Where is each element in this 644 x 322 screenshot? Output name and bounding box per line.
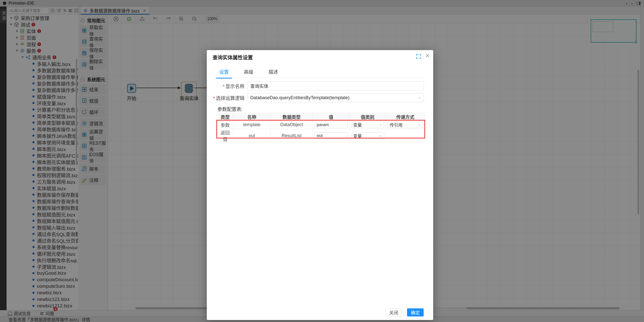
dialog-tabs: 设置 高级 描述 (216, 68, 290, 79)
col-type: 类型 (217, 113, 233, 121)
col-value-kind: 值类别 (349, 113, 386, 121)
param-table: 类型 名称 数据类型 值 值类别 传递方式 参数 template DataOb… (217, 113, 425, 142)
cell-datatype: DataObject (270, 121, 313, 129)
chevron-down-icon: ∨ (379, 123, 382, 126)
dialog-tab-description[interactable]: 描述 (265, 68, 281, 79)
logic-select-row: *选择运算逻辑 DatabaseDao.queryEntitiesByTempl… (207, 93, 433, 102)
cell-type: 参数 (217, 121, 233, 129)
chevron-down-icon: ∨ (379, 134, 382, 137)
dialog-footer: 关闭 确定 (207, 305, 433, 320)
return-value-input[interactable] (314, 132, 348, 139)
logic-select-label: *选择运算逻辑 (207, 94, 245, 101)
col-datatype: 数据类型 (270, 113, 313, 121)
dialog-tab-settings[interactable]: 设置 (216, 68, 232, 79)
param-value-input[interactable] (314, 122, 348, 128)
dialog-close-icon[interactable]: ✕ (425, 53, 430, 59)
col-value: 值 (313, 113, 349, 121)
required-asterisk: * (213, 96, 215, 101)
param-table-header-row: 类型 名称 数据类型 值 值类别 传递方式 (217, 113, 425, 121)
cell-pass-mode-empty (386, 129, 425, 142)
logic-select[interactable]: DatabaseDao.queryEntitiesByTemplate(temp… (247, 93, 424, 102)
param-value-kind-value: 变量 (353, 122, 362, 128)
dialog-tab-advanced[interactable]: 高级 (240, 68, 257, 79)
close-button[interactable]: 关闭 (385, 308, 402, 316)
display-name-input[interactable] (247, 81, 424, 90)
dialog-tab-divider (216, 78, 425, 78)
dialog-title: 查询实体属性设置 (213, 54, 253, 61)
cell-name: out (233, 129, 270, 142)
query-entity-properties-dialog: 查询实体属性设置 ✕ 设置 高级 描述 *显示名称 *选择运算逻辑 Databa… (207, 50, 433, 320)
col-name: 名称 (233, 113, 270, 121)
param-value-kind-select[interactable]: 变量∨ (351, 122, 384, 128)
app-window: Primeton-IDE ‹ › 资源 AI ↻ A 采购订单管理测试!实体!页… (0, 0, 644, 322)
col-pass-mode: 传递方式 (386, 113, 425, 121)
cell-type: 返回值 (217, 129, 233, 142)
return-value-kind-value: 变量 (353, 133, 362, 139)
display-name-label: *显示名称 (207, 83, 245, 89)
required-asterisk: * (223, 84, 225, 89)
chevron-down-icon: ∨ (418, 96, 421, 99)
param-row: 参数 template DataObject 变量∨ 传引用∨ (217, 121, 425, 129)
ok-button[interactable]: 确定 (407, 308, 424, 316)
return-value-kind-select[interactable]: 变量∨ (351, 132, 384, 139)
param-pass-mode-select[interactable]: 传引用∨ (387, 122, 423, 128)
param-pass-mode-value: 传引用 (390, 122, 403, 128)
logic-select-value: DatabaseDao.queryEntitiesByTemplate(temp… (250, 95, 349, 100)
dialog-fullscreen-icon[interactable] (416, 54, 421, 59)
cell-datatype: ResultList (270, 129, 313, 142)
cell-name: template (233, 121, 270, 129)
param-table-caption: 参数配置表: (217, 105, 243, 112)
chevron-down-icon: ∨ (418, 123, 421, 126)
display-name-row: *显示名称 (207, 81, 433, 90)
return-row: 返回值 out ResultList 变量∨ (217, 129, 425, 142)
